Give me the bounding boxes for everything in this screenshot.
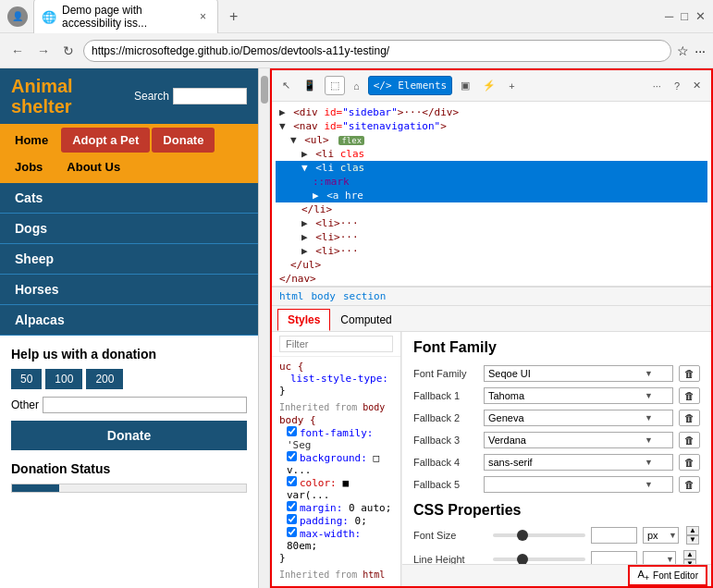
breadcrumb-html[interactable]: html (279, 290, 304, 302)
line-height-slider[interactable] (493, 557, 585, 561)
nav-about[interactable]: About Us (55, 154, 131, 179)
prop-checkbox[interactable] (287, 451, 297, 461)
fallback2-delete-btn[interactable]: 🗑 (679, 410, 700, 426)
dom-line[interactable]: ▶ <li>··· (276, 230, 707, 244)
fallback4-delete-btn[interactable]: 🗑 (679, 454, 700, 471)
prop-checkbox[interactable] (287, 501, 297, 511)
font-family-delete-btn[interactable]: 🗑 (679, 365, 700, 382)
amount-200[interactable]: 200 (86, 369, 123, 389)
prop-checkbox[interactable] (287, 476, 297, 486)
tab-styles[interactable]: Styles (277, 309, 330, 331)
dom-ul-close[interactable]: </ul> (276, 258, 707, 272)
more-tools-btn[interactable]: ··· (648, 78, 666, 94)
inspect-element-btn[interactable]: ↖ (277, 77, 295, 94)
inherited-body: Inherited from body (279, 402, 393, 412)
font-editor-panel: Font Family Font Family Seqoe UI 🗑 (402, 332, 711, 564)
prop-checkbox[interactable] (287, 527, 297, 537)
bookmark-icon[interactable]: ☆ (677, 43, 689, 58)
font-size-value[interactable] (591, 527, 637, 544)
breadcrumb-body[interactable]: body (312, 290, 337, 302)
fallback1-delete-btn[interactable]: 🗑 (679, 387, 700, 404)
fallback1-select[interactable]: Tahoma (484, 387, 673, 404)
fallback5-select[interactable] (484, 476, 673, 493)
dom-nav-close[interactable]: </nav> (276, 272, 707, 286)
fallback3-label: Fallback 3 (413, 435, 478, 446)
sidebar-item-sheep[interactable]: Sheep (0, 244, 258, 275)
dom-line[interactable]: ▼ <ul> flex (276, 133, 707, 147)
other-amount-input[interactable] (43, 397, 247, 413)
fallback3-delete-btn[interactable]: 🗑 (679, 432, 700, 448)
fallback2-select[interactable]: Geneva (484, 410, 673, 426)
font-editor-button[interactable]: A+ Font Editor (628, 565, 707, 586)
home-btn[interactable]: ⌂ (349, 78, 364, 94)
dom-line[interactable]: ▼ <nav id="sitenavigation"> (276, 119, 707, 133)
prop-checkbox[interactable] (287, 426, 297, 436)
refresh-button[interactable]: ↻ (59, 42, 78, 60)
forward-button[interactable]: → (33, 42, 54, 60)
font-size-slider[interactable] (493, 533, 585, 537)
nav-home[interactable]: Home (4, 128, 59, 153)
fallback4-select[interactable]: sans-serif (484, 454, 673, 471)
donate-button[interactable]: Donate (11, 421, 247, 450)
dom-line[interactable]: ▶ <li>··· (276, 216, 707, 230)
dom-line-selected[interactable]: ▼ <li clas (276, 161, 707, 175)
tab-close-btn[interactable]: × (200, 10, 206, 23)
site-header: Animal shelter Search (0, 68, 258, 124)
devtools-toolbar: ↖ 📱 ⬚ ⌂ </> Elements ▣ ⚡ + ··· ? ✕ (272, 70, 711, 102)
donation-section: Help us with a donation 50 100 200 Other… (0, 336, 258, 461)
site-nav: Home Adopt a Pet Donate Jobs About Us (0, 124, 258, 183)
filter-input[interactable] (279, 336, 393, 352)
fallback5-delete-btn[interactable]: 🗑 (679, 476, 700, 493)
address-input[interactable] (83, 40, 671, 62)
font-size-unit-wrapper: px em rem (643, 527, 679, 544)
minimize-btn[interactable]: ─ (665, 9, 673, 23)
breadcrumb-section[interactable]: section (343, 290, 386, 302)
line-height-unit[interactable]: px em (643, 551, 676, 564)
address-bar: ← → ↻ ☆ ··· (0, 33, 713, 68)
nav-adopt[interactable]: Adopt a Pet (61, 128, 150, 153)
dom-pseudo-line[interactable]: ::mark (276, 175, 707, 189)
site-preview: Animal shelter Search Home Adopt a Pet D… (0, 68, 259, 588)
add-tab-btn[interactable]: + (504, 78, 519, 94)
help-btn[interactable]: ? (670, 78, 684, 94)
network-btn[interactable]: ▣ (456, 77, 474, 94)
more-btn[interactable]: ··· (695, 43, 706, 58)
elements-tab-btn[interactable]: </> Elements (368, 76, 452, 95)
close-btn[interactable]: ✕ (695, 9, 706, 23)
search-input[interactable] (173, 88, 247, 104)
font-size-down[interactable]: ▼ (686, 535, 699, 545)
devtools-bottom: uc { list-style-type: } Inherited from b… (272, 332, 711, 586)
device-toolbar-btn[interactable]: 📱 (299, 77, 321, 94)
dom-line[interactable]: ▶ <li clas (276, 147, 707, 161)
amount-100[interactable]: 100 (45, 369, 82, 389)
dom-li-close[interactable]: </li> (276, 202, 707, 216)
scrollbar-thumb[interactable] (261, 76, 268, 104)
fallback3-row: Fallback 3 Verdana 🗑 (413, 432, 700, 448)
prop-checkbox[interactable] (287, 514, 297, 524)
sources-btn[interactable]: ⚡ (478, 77, 500, 94)
new-tab-btn[interactable]: + (224, 3, 243, 31)
font-size-up[interactable]: ▲ (686, 526, 699, 535)
dom-line[interactable]: ▶ <div id="sidebar">···</div> (276, 105, 707, 119)
dom-line[interactable]: ▶ <li>··· (276, 244, 707, 258)
sidebar-item-horses[interactable]: Horses (0, 275, 258, 305)
site-search: Search (134, 88, 247, 104)
tab-computed[interactable]: Computed (330, 309, 401, 331)
font-size-unit[interactable]: px em rem (643, 527, 679, 544)
sidebar-item-alpacas[interactable]: Alpacas (0, 305, 258, 336)
nav-donate[interactable]: Donate (152, 128, 215, 153)
font-family-select[interactable]: Seqoe UI (484, 365, 673, 382)
line-height-value[interactable] (591, 551, 637, 564)
back-button[interactable]: ← (7, 42, 28, 60)
amount-50[interactable]: 50 (11, 369, 42, 389)
nav-jobs[interactable]: Jobs (4, 154, 54, 179)
elements-panel-btn[interactable]: ⬚ (325, 76, 345, 95)
fallback3-select[interactable]: Verdana (484, 432, 673, 448)
dom-a-line[interactable]: ▶ <a hre (276, 189, 707, 202)
close-devtools-btn[interactable]: ✕ (688, 77, 706, 94)
sidebar-item-cats[interactable]: Cats (0, 183, 258, 214)
browser-tab[interactable]: 🌐 Demo page with accessibility iss... × (33, 0, 218, 35)
sidebar-item-dogs[interactable]: Dogs (0, 214, 258, 244)
line-height-up[interactable]: ▲ (683, 550, 696, 559)
maximize-btn[interactable]: □ (681, 9, 688, 23)
